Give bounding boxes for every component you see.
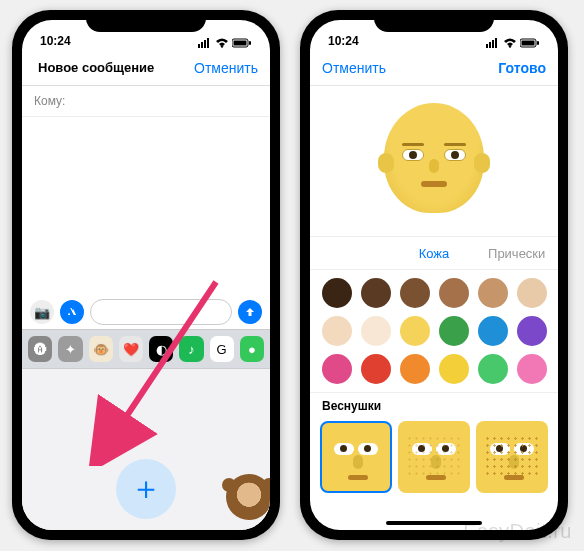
wifi-icon (503, 38, 517, 48)
done-button[interactable]: Готово (498, 60, 546, 76)
appstore-icon[interactable] (60, 300, 84, 324)
memoji-preview (310, 86, 558, 236)
to-label: Кому: (34, 94, 65, 108)
skin-swatch-1[interactable] (361, 278, 391, 308)
monkey-animoji[interactable] (226, 474, 270, 520)
signal-icon (486, 38, 500, 48)
freckles-none[interactable] (320, 421, 392, 493)
cancel-button[interactable]: Отменить (194, 60, 258, 76)
skin-swatch-13[interactable] (361, 354, 391, 384)
input-row: 📷 (22, 295, 270, 329)
notch (86, 10, 206, 32)
animoji-app-icon[interactable]: 🐵 (89, 336, 113, 362)
music-app-icon[interactable]: ♪ (179, 336, 203, 362)
skin-swatch-5[interactable] (517, 278, 547, 308)
editor-header: Отменить Готово (310, 50, 558, 86)
freckles-label: Веснушки (310, 392, 558, 417)
skin-swatch-11[interactable] (517, 316, 547, 346)
skin-swatch-10[interactable] (478, 316, 508, 346)
svg-rect-1 (201, 42, 203, 48)
skin-swatches (310, 270, 558, 392)
skin-swatch-16[interactable] (478, 354, 508, 384)
header-title: Новое сообщение (34, 60, 194, 75)
skin-swatch-4[interactable] (478, 278, 508, 308)
misc-app-icon[interactable]: ● (240, 336, 264, 362)
svg-point-4 (221, 45, 223, 47)
battery-icon (232, 38, 252, 48)
svg-rect-6 (234, 41, 247, 46)
app-strip: 🅐 ✦ 🐵 ❤️ ◐ ♪ G ● (22, 329, 270, 369)
svg-rect-0 (198, 44, 200, 48)
svg-rect-11 (492, 40, 494, 48)
svg-rect-2 (204, 40, 206, 48)
skin-swatch-3[interactable] (439, 278, 469, 308)
status-icons (198, 38, 252, 48)
status-time: 10:24 (328, 34, 368, 48)
skin-swatch-6[interactable] (322, 316, 352, 346)
svg-rect-12 (495, 38, 497, 48)
memoji-drawer: ＋ Новый Memoji (22, 369, 270, 530)
digitaltouch-app-icon[interactable]: ◐ (149, 336, 173, 362)
svg-rect-7 (249, 41, 251, 45)
editor-tabs: Кожа Прически (310, 236, 558, 270)
home-indicator[interactable] (386, 521, 482, 525)
svg-rect-10 (489, 42, 491, 48)
message-body (22, 117, 270, 295)
skin-swatch-2[interactable] (400, 278, 430, 308)
google-app-icon[interactable]: G (210, 336, 234, 362)
freckles-options (310, 417, 558, 493)
phone-left: 10:24 Новое сообщение Отменить Кому: 📷 (12, 10, 280, 540)
store-app-icon[interactable]: 🅐 (28, 336, 52, 362)
message-input[interactable] (90, 299, 232, 325)
photos-app-icon[interactable]: ✦ (58, 336, 82, 362)
svg-point-13 (509, 45, 511, 47)
svg-rect-3 (207, 38, 209, 48)
skin-swatch-0[interactable] (322, 278, 352, 308)
skin-swatch-17[interactable] (517, 354, 547, 384)
add-memoji-button[interactable]: ＋ (116, 459, 176, 519)
skin-swatch-15[interactable] (439, 354, 469, 384)
screen-right: 10:24 Отменить Готово (310, 20, 558, 530)
tab-skin[interactable]: Кожа (393, 237, 476, 269)
freckles-light[interactable] (398, 421, 470, 493)
memoji-head (380, 101, 488, 221)
camera-icon[interactable]: 📷 (30, 300, 54, 324)
skin-swatch-9[interactable] (439, 316, 469, 346)
svg-rect-16 (537, 41, 539, 45)
tab-prev[interactable] (310, 237, 393, 269)
to-field[interactable]: Кому: (22, 86, 270, 117)
skin-swatch-14[interactable] (400, 354, 430, 384)
status-icons (486, 38, 540, 48)
svg-rect-9 (486, 44, 488, 48)
signal-icon (198, 38, 212, 48)
svg-rect-15 (522, 41, 535, 46)
new-message-header: Новое сообщение Отменить (22, 50, 270, 86)
freckles-heavy[interactable] (476, 421, 548, 493)
wifi-icon (215, 38, 229, 48)
notch (374, 10, 494, 32)
hearts-app-icon[interactable]: ❤️ (119, 336, 143, 362)
cancel-button[interactable]: Отменить (322, 60, 386, 76)
skin-swatch-12[interactable] (322, 354, 352, 384)
status-time: 10:24 (40, 34, 80, 48)
tab-hair[interactable]: Прически (475, 237, 558, 269)
battery-icon (520, 38, 540, 48)
skin-swatch-8[interactable] (400, 316, 430, 346)
screen-left: 10:24 Новое сообщение Отменить Кому: 📷 (22, 20, 270, 530)
send-icon[interactable] (238, 300, 262, 324)
phone-right: 10:24 Отменить Готово (300, 10, 568, 540)
skin-swatch-7[interactable] (361, 316, 391, 346)
